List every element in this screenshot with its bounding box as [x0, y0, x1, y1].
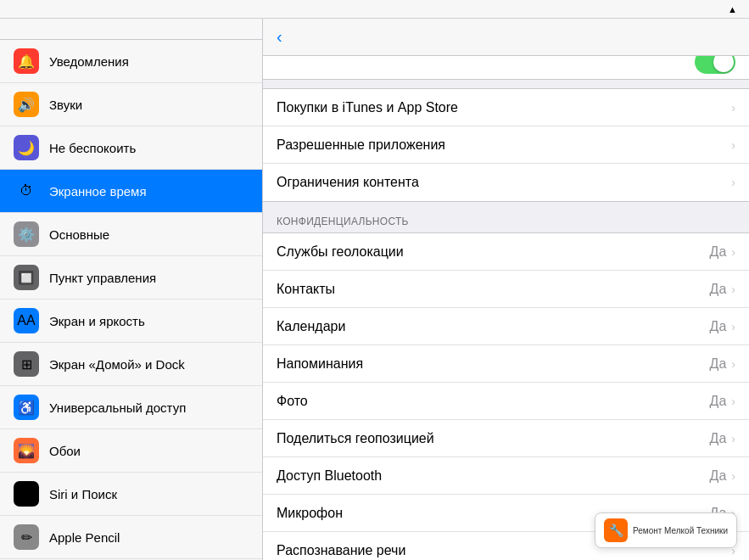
- sidebar: 🔔Уведомления🔊Звуки🌙Не беспокоить⏱Экранно…: [0, 19, 263, 560]
- chevron-icon-allowed-apps: ›: [731, 138, 735, 152]
- sidebar-item-notifications[interactable]: 🔔Уведомления: [0, 40, 262, 83]
- list-item-label-photos: Фото: [277, 394, 710, 409]
- list-item-value-contacts: Да: [710, 282, 727, 297]
- list-item-label-location: Службы геолокации: [277, 244, 710, 260]
- sidebar-label-donotdisturb: Не беспокоить: [49, 141, 136, 155]
- sidebar-item-pencil[interactable]: ✏Apple Pencil: [0, 516, 262, 559]
- chevron-icon-contacts: ›: [731, 283, 735, 296]
- list-item-label-share-location: Поделиться геопозицией: [277, 431, 710, 446]
- list-item-contacts[interactable]: КонтактыДа›: [263, 271, 749, 308]
- list-item-label-allowed-apps: Разрешенные приложения: [277, 137, 731, 153]
- sidebar-label-screentime: Экранное время: [49, 184, 147, 199]
- ad-banner: 🔧Ремонт Мелкой Техники: [595, 512, 737, 548]
- back-chevron-icon: ‹: [277, 27, 282, 47]
- content-body: Покупки в iTunes и App Store›Разрешенные…: [263, 56, 749, 560]
- back-button[interactable]: ‹: [277, 27, 284, 47]
- sidebar-item-controlcenter[interactable]: 🔲Пункт управления: [0, 256, 262, 300]
- sidebar-item-donotdisturb[interactable]: 🌙Не беспокоить: [0, 126, 262, 170]
- sidebar-title: [0, 19, 262, 40]
- list-item-label-contacts: Контакты: [277, 282, 710, 297]
- ad-text: Ремонт Мелкой Техники: [633, 526, 728, 535]
- list-item-reminders[interactable]: НапоминанияДа›: [263, 345, 749, 383]
- list-item-photos[interactable]: ФотоДа›: [263, 383, 749, 420]
- sidebar-item-wallpaper[interactable]: 🌄Обои: [0, 429, 262, 473]
- sidebar-label-homescreen: Экран «Домой» и Dock: [49, 357, 185, 372]
- status-right: ▲: [728, 4, 741, 14]
- chevron-icon-itunes: ›: [731, 101, 735, 115]
- sidebar-label-general: Основные: [49, 227, 109, 242]
- list-item-label-calendars: Календари: [277, 319, 710, 334]
- sidebar-icon-sounds: 🔊: [14, 92, 39, 117]
- list-item-value-calendars: Да: [710, 319, 727, 334]
- sidebar-item-accessibility[interactable]: ♿Универсальный доступ: [0, 386, 262, 429]
- chevron-icon-location: ›: [731, 245, 735, 259]
- list-item-label-content-restrictions: Ограничения контента: [277, 175, 731, 190]
- sidebar-icon-homescreen: ⊞: [14, 351, 39, 377]
- list-item-label-reminders: Напоминания: [277, 356, 710, 372]
- sidebar-item-screentime[interactable]: ⏱Экранное время: [0, 170, 262, 213]
- list-item-itunes[interactable]: Покупки в iTunes и App Store›: [263, 89, 749, 126]
- sidebar-item-sounds[interactable]: 🔊Звуки: [0, 83, 262, 126]
- chevron-icon-photos: ›: [731, 395, 735, 408]
- chevron-icon-content-restrictions: ›: [731, 176, 735, 189]
- list-item-value-share-location: Да: [710, 431, 727, 446]
- sidebar-label-controlcenter: Пункт управления: [49, 271, 156, 285]
- main-layout: 🔔Уведомления🔊Звуки🌙Не беспокоить⏱Экранно…: [0, 19, 749, 560]
- list-item-allowed-apps[interactable]: Разрешенные приложения›: [263, 126, 749, 164]
- section-spacer: [263, 80, 749, 88]
- sidebar-icon-wallpaper: 🌄: [14, 438, 39, 463]
- list-item-location[interactable]: Службы геолокацииДа›: [263, 233, 749, 271]
- sidebar-icon-pencil: ✏: [14, 524, 39, 550]
- sidebar-group: 🔔Уведомления🔊Звуки🌙Не беспокоить⏱Экранно…: [0, 40, 262, 560]
- sidebar-label-display: Экран и яркость: [49, 314, 145, 328]
- top-partial-item: [263, 56, 749, 80]
- sidebar-label-pencil: Apple Pencil: [49, 530, 120, 545]
- sidebar-icon-controlcenter: 🔲: [14, 265, 39, 290]
- sidebar-icon-donotdisturb: 🌙: [14, 135, 39, 160]
- list-item-calendars[interactable]: КалендариДа›: [263, 308, 749, 345]
- toggle-switch[interactable]: [695, 56, 735, 74]
- sidebar-label-siri: Siri и Поиск: [49, 487, 117, 501]
- sidebar-label-notifications: Уведомления: [49, 54, 129, 69]
- list-item-value-location: Да: [710, 244, 727, 260]
- sidebar-icon-screentime: ⏱: [14, 178, 39, 204]
- right-header-wrapper: ‹: [277, 27, 735, 47]
- sidebar-icon-notifications: 🔔: [14, 48, 39, 74]
- list-item-value-bluetooth: Да: [710, 468, 727, 484]
- sidebar-icon-display: AA: [14, 308, 39, 333]
- list-item-label-itunes: Покупки в iTunes и App Store: [277, 100, 731, 115]
- section-privacy: Службы геолокацииДа›КонтактыДа›Календари…: [263, 232, 749, 560]
- list-item-label-bluetooth: Доступ Bluetooth: [277, 468, 710, 484]
- list-item-value-photos: Да: [710, 394, 727, 409]
- status-bar: ▲: [0, 0, 749, 19]
- list-item-bluetooth[interactable]: Доступ BluetoothДа›: [263, 457, 749, 495]
- sidebar-label-wallpaper: Обои: [49, 444, 81, 458]
- sidebar-icon-accessibility: ♿: [14, 395, 39, 420]
- sidebar-label-accessibility: Универсальный доступ: [49, 400, 186, 415]
- chevron-icon-share-location: ›: [731, 432, 735, 445]
- section-purchases: Покупки в iTunes и App Store›Разрешенные…: [263, 88, 749, 202]
- wifi-icon: ▲: [728, 4, 737, 14]
- sidebar-item-general[interactable]: ⚙️Основные: [0, 213, 262, 256]
- sidebar-item-homescreen[interactable]: ⊞Экран «Домой» и Dock: [0, 343, 262, 386]
- chevron-icon-reminders: ›: [731, 357, 735, 371]
- sidebar-icon-siri: ◉: [14, 481, 39, 507]
- list-item-share-location[interactable]: Поделиться геопозициейДа›: [263, 420, 749, 457]
- chevron-icon-calendars: ›: [731, 320, 735, 333]
- right-header: ‹: [263, 19, 749, 56]
- list-item-content-restrictions[interactable]: Ограничения контента›: [263, 164, 749, 201]
- section-header-privacy: КОНФИДЕНЦИАЛЬНОСТЬ: [263, 202, 749, 232]
- sidebar-item-siri[interactable]: ◉Siri и Поиск: [0, 473, 262, 516]
- sidebar-item-display[interactable]: AAЭкран и яркость: [0, 300, 262, 343]
- right-panel: ‹ Покупки в iTunes и App Store›Разрешенн…: [263, 19, 749, 560]
- sidebar-label-sounds: Звуки: [49, 98, 82, 112]
- list-item-value-reminders: Да: [710, 356, 727, 372]
- sidebar-icon-general: ⚙️: [14, 221, 39, 247]
- chevron-icon-bluetooth: ›: [731, 469, 735, 483]
